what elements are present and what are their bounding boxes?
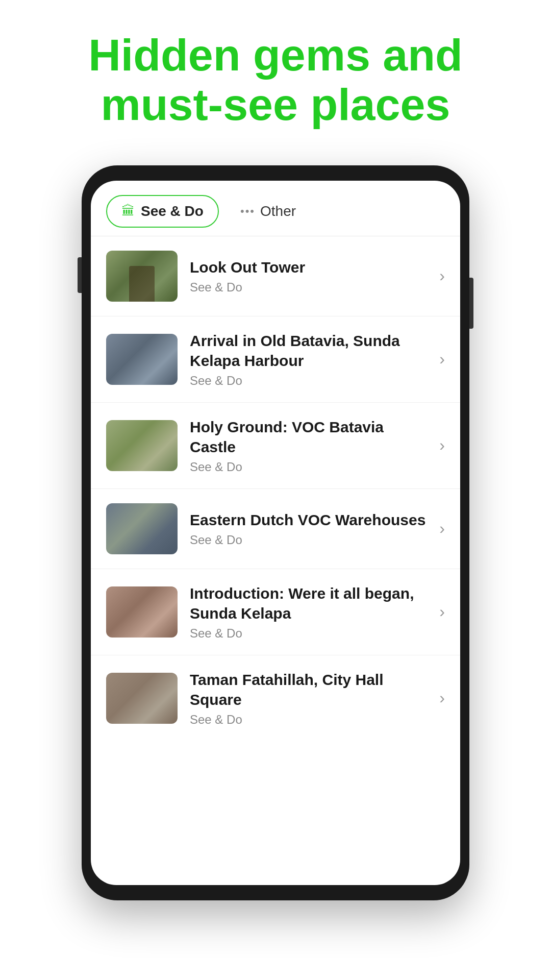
tab-see-and-do[interactable]: 🏛 See & Do xyxy=(106,195,219,228)
list-item[interactable]: Introduction: Were it all began, Sunda K… xyxy=(91,569,460,655)
item-subtitle-2: See & Do xyxy=(190,374,427,388)
item-subtitle-6: See & Do xyxy=(190,713,427,727)
item-subtitle-3: See & Do xyxy=(190,460,427,474)
item-thumbnail-3 xyxy=(106,420,178,471)
list-item[interactable]: Arrival in Old Batavia, Sunda Kelapa Har… xyxy=(91,316,460,403)
dots-icon: ••• xyxy=(240,205,255,218)
item-info-2: Arrival in Old Batavia, Sunda Kelapa Har… xyxy=(190,331,427,388)
item-thumbnail-5 xyxy=(106,586,178,638)
item-info-6: Taman Fatahillah, City Hall Square See &… xyxy=(190,670,427,727)
headline-line2: must-see places xyxy=(101,79,450,130)
phone-mockup: 🏛 See & Do ••• Other Look Out Tower See … xyxy=(82,165,469,900)
tab-other[interactable]: ••• Other xyxy=(228,196,308,227)
chevron-right-icon: › xyxy=(439,689,445,707)
list-item[interactable]: Taman Fatahillah, City Hall Square See &… xyxy=(91,655,460,741)
item-subtitle-1: See & Do xyxy=(190,280,427,295)
chevron-right-icon: › xyxy=(439,266,445,285)
page-headline: Hidden gems and must-see places xyxy=(47,31,503,130)
item-title-3: Holy Ground: VOC Batavia Castle xyxy=(190,417,427,457)
chevron-right-icon: › xyxy=(439,519,445,538)
chevron-right-icon: › xyxy=(439,602,445,621)
chevron-right-icon: › xyxy=(439,436,445,455)
item-title-5: Introduction: Were it all began, Sunda K… xyxy=(190,583,427,623)
item-thumbnail-2 xyxy=(106,334,178,385)
item-thumbnail-4 xyxy=(106,503,178,554)
item-title-4: Eastern Dutch VOC Warehouses xyxy=(190,510,427,530)
headline-line1: Hidden gems and xyxy=(88,30,462,80)
item-thumbnail-6 xyxy=(106,673,178,724)
phone-screen: 🏛 See & Do ••• Other Look Out Tower See … xyxy=(91,181,460,885)
item-title-1: Look Out Tower xyxy=(190,257,427,277)
list-item[interactable]: Eastern Dutch VOC Warehouses See & Do › xyxy=(91,489,460,569)
item-info-5: Introduction: Were it all began, Sunda K… xyxy=(190,583,427,641)
item-info-3: Holy Ground: VOC Batavia Castle See & Do xyxy=(190,417,427,474)
item-info-4: Eastern Dutch VOC Warehouses See & Do xyxy=(190,510,427,547)
item-subtitle-4: See & Do xyxy=(190,533,427,547)
chevron-right-icon: › xyxy=(439,350,445,369)
items-list: Look Out Tower See & Do › Arrival in Old… xyxy=(91,236,460,741)
item-title-6: Taman Fatahillah, City Hall Square xyxy=(190,670,427,709)
item-info-1: Look Out Tower See & Do xyxy=(190,257,427,295)
list-item[interactable]: Holy Ground: VOC Batavia Castle See & Do… xyxy=(91,403,460,489)
item-subtitle-5: See & Do xyxy=(190,626,427,641)
building-icon: 🏛 xyxy=(121,203,135,219)
item-thumbnail-1 xyxy=(106,251,178,302)
item-title-2: Arrival in Old Batavia, Sunda Kelapa Har… xyxy=(190,331,427,371)
tab-see-and-do-label: See & Do xyxy=(141,203,204,219)
list-item[interactable]: Look Out Tower See & Do › xyxy=(91,236,460,316)
tab-other-label: Other xyxy=(260,203,296,219)
tab-bar: 🏛 See & Do ••• Other xyxy=(91,181,460,236)
